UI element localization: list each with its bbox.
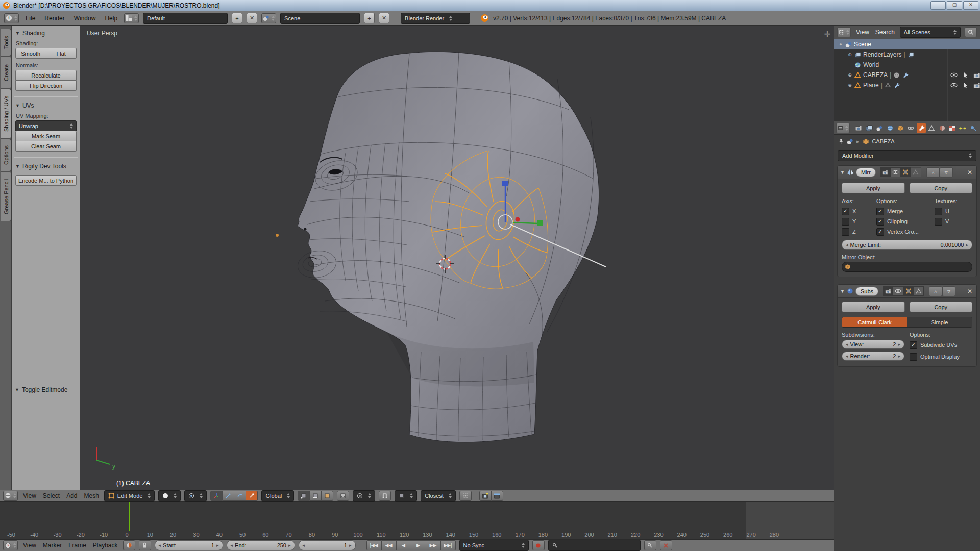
decrement-arrow-icon[interactable]: ◂ [303, 543, 305, 548]
increment-arrow-icon[interactable]: ▸ [898, 354, 900, 359]
subsurf-copy-button[interactable]: Copy [910, 302, 973, 312]
screen-layout-selector[interactable]: Default [143, 13, 228, 24]
tab-shading-uvs[interactable]: Shading / UVs [1, 89, 11, 139]
snap-toggle-button[interactable] [379, 491, 391, 501]
screen-layout-icon[interactable] [124, 13, 139, 23]
subdivide-uvs-checkbox[interactable]: ✓Subdivide UVs [910, 340, 972, 350]
collapse-triangle-icon[interactable]: ▼ [840, 170, 845, 175]
selectability-toggle[interactable] [960, 70, 971, 80]
timeline-menu-view[interactable]: View [21, 542, 38, 549]
panel-rigify-header[interactable]: ▼Rigify Dev Tools [15, 163, 77, 170]
snap-peel-button[interactable] [459, 491, 472, 501]
region-expand-plus-icon[interactable]: ✛ [824, 30, 830, 39]
tab-material[interactable] [937, 123, 946, 133]
delete-modifier-button[interactable]: ✕ [966, 169, 974, 176]
keying-set-field[interactable] [548, 540, 641, 551]
opengl-render-image-button[interactable] [479, 491, 492, 501]
timeline-menu-frame[interactable]: Frame [67, 542, 88, 549]
viewport-menu-select[interactable]: Select [41, 492, 61, 499]
optimal-display-checkbox[interactable]: Optimal Display [910, 352, 972, 362]
mark-seam-button[interactable]: Mark Seam [15, 131, 77, 141]
increment-arrow-icon[interactable]: ▸ [966, 242, 968, 247]
editor-type-properties-icon[interactable] [836, 123, 850, 133]
tab-world[interactable] [885, 123, 894, 133]
mirror-apply-button[interactable]: Apply [842, 183, 905, 193]
clear-seam-button[interactable]: Clear Seam [15, 141, 77, 152]
add-layout-button[interactable]: + [232, 13, 242, 23]
viewport-menu-view[interactable]: View [21, 492, 38, 499]
visibility-toggle[interactable] [948, 80, 960, 90]
insert-keyframe-button[interactable] [644, 540, 656, 550]
lock-frame-range-button[interactable] [139, 540, 151, 550]
tab-tools[interactable]: Tools [1, 29, 11, 56]
play-button[interactable]: ▶ [411, 540, 426, 550]
pivot-point-selector[interactable] [184, 490, 207, 502]
smooth-button[interactable]: Smooth [15, 48, 46, 59]
tab-constraints[interactable] [906, 123, 915, 133]
selectability-toggle[interactable] [960, 80, 971, 90]
viewport-visibility-toggle[interactable] [893, 286, 903, 296]
viewport-menu-add[interactable]: Add [65, 492, 79, 499]
mirror-copy-button[interactable]: Copy [910, 183, 973, 193]
expander-icon[interactable]: ● [838, 42, 843, 47]
increment-arrow-icon[interactable]: ▸ [288, 543, 291, 548]
tab-create[interactable]: Create [1, 56, 11, 89]
viewport-menu-mesh[interactable]: Mesh [83, 492, 101, 499]
snap-target-selector[interactable]: Closest [421, 490, 456, 502]
rotate-manipulator-button[interactable] [234, 491, 246, 501]
editor-type-3dview-icon[interactable] [3, 491, 18, 501]
translate-manipulator-button[interactable] [223, 491, 234, 501]
cage-display-toggle[interactable] [914, 286, 924, 296]
render-engine-selector[interactable]: Blender Render [401, 13, 470, 24]
recalculate-button[interactable]: Recalculate [15, 70, 77, 81]
texture-u-checkbox[interactable]: U [935, 206, 972, 216]
record-button[interactable] [532, 540, 545, 550]
play-reverse-button[interactable]: ◀ [397, 540, 411, 550]
renderability-toggle[interactable] [971, 70, 980, 80]
limit-selection-visible-button[interactable] [337, 491, 349, 501]
breadcrumb-object-name[interactable]: CABEZA [872, 138, 895, 144]
delete-scene-button[interactable]: ✕ [379, 13, 389, 23]
menu-window[interactable]: Window [71, 15, 99, 22]
tab-object[interactable] [896, 123, 905, 133]
tab-physics[interactable] [969, 123, 978, 133]
delete-layout-button[interactable]: ✕ [247, 13, 257, 23]
texture-v-checkbox[interactable]: V [935, 216, 972, 227]
jump-to-end-button[interactable]: ▶▶| [441, 540, 456, 550]
decrement-arrow-icon[interactable]: ◂ [846, 354, 848, 359]
editor-type-timeline-icon[interactable] [3, 540, 18, 550]
tab-object-data[interactable] [927, 123, 936, 133]
panel-shading-header[interactable]: ▼Shading [15, 30, 77, 37]
mode-selector[interactable]: Edit Mode [104, 490, 155, 502]
opengl-render-anim-button[interactable] [492, 491, 503, 501]
outliner-filter-selector[interactable]: All Scenes [900, 27, 961, 38]
render-visibility-toggle[interactable] [880, 167, 891, 177]
outliner-row-scene[interactable]: ● Scene [834, 39, 980, 49]
scene-icon[interactable] [847, 138, 853, 145]
expander-plus-icon[interactable]: ⊕ [847, 72, 852, 78]
outliner-menu-search[interactable]: Search [874, 29, 896, 36]
merge-checkbox[interactable]: ✓Merge [876, 206, 933, 216]
decrement-arrow-icon[interactable]: ◂ [231, 543, 233, 548]
flat-button[interactable]: Flat [46, 48, 77, 59]
move-modifier-up-button[interactable]: ▵ [929, 286, 942, 296]
visibility-toggle[interactable] [948, 70, 960, 80]
outliner-menu-view[interactable]: View [855, 29, 870, 36]
timeline-menu-marker[interactable]: Marker [41, 542, 63, 549]
scene-selector-icon[interactable] [261, 13, 276, 23]
increment-arrow-icon[interactable]: ▸ [898, 342, 900, 347]
flip-direction-button[interactable]: Flip Direction [15, 81, 77, 91]
outliner-row-renderlayers[interactable]: ⊕ RenderLayers | [834, 49, 980, 60]
tab-render-layers[interactable] [865, 123, 874, 133]
cage-display-toggle[interactable] [911, 167, 921, 177]
axis-x-checkbox[interactable]: ✓X [842, 206, 874, 216]
mirror-object-field[interactable] [842, 262, 972, 272]
jump-next-keyframe-button[interactable]: ▶▶ [426, 540, 441, 550]
decrement-arrow-icon[interactable]: ◂ [846, 342, 848, 347]
decrement-arrow-icon[interactable]: ◂ [846, 242, 848, 247]
renderability-toggle[interactable] [971, 80, 980, 90]
tab-options[interactable]: Options [1, 139, 11, 171]
view-subdivisions-field[interactable]: ◂ View: 2 ▸ [842, 340, 904, 349]
menu-render[interactable]: Render [42, 15, 67, 22]
encode-metarig-button[interactable]: Encode M... to Python [15, 175, 77, 186]
